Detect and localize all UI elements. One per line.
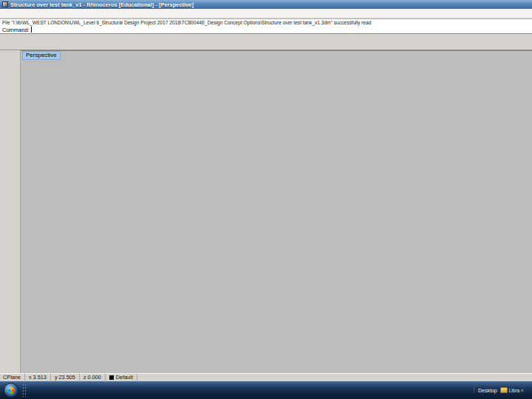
window-title: Structure over test tank_v1 - Rhinoceros… — [10, 1, 194, 8]
viewport-canvas[interactable] — [21, 51, 532, 373]
windows-taskbar: Desktop Librao — [0, 381, 532, 399]
start-button[interactable] — [4, 383, 18, 398]
command-history-line: File "I:\lb\WL_WEST LONDON\UWL_Level 6_S… — [0, 18, 532, 26]
desktop-toolbar-label[interactable]: Desktop — [478, 388, 497, 393]
x-coordinate: x 3.513 — [25, 374, 51, 382]
z-coordinate: z 0.000 — [80, 374, 106, 382]
layer-color-swatch — [109, 375, 114, 380]
menu-bar — [0, 9, 532, 18]
libraries-label: Libra — [509, 388, 519, 393]
layer-name: Default — [116, 374, 133, 381]
command-prompt[interactable]: Command: — [0, 26, 532, 34]
standard-toolbar — [0, 34, 532, 50]
rhino-app-icon — [2, 1, 8, 7]
folder-icon — [500, 387, 508, 393]
perspective-viewport[interactable]: Perspective — [21, 50, 532, 373]
current-layer-chip[interactable]: Default — [106, 374, 137, 382]
windows-logo-icon — [7, 386, 16, 395]
text-caret — [31, 27, 32, 33]
taskbar-grip — [22, 383, 27, 397]
desktop-toolbar: Desktop Librao — [474, 387, 531, 393]
status-bar: CPlane x 3.513 y 23.505 z 0.000 Default — [0, 373, 532, 381]
y-coordinate: y 23.505 — [51, 374, 80, 382]
title-bar: Structure over test tank_v1 - Rhinoceros… — [0, 0, 532, 9]
tool-palette-sidebar — [0, 50, 21, 373]
libraries-button[interactable]: Librao — [500, 387, 523, 393]
cplane-button[interactable]: CPlane — [0, 374, 25, 382]
viewport-title-tab[interactable]: Perspective — [22, 51, 61, 60]
command-prompt-label: Command: — [2, 26, 30, 34]
